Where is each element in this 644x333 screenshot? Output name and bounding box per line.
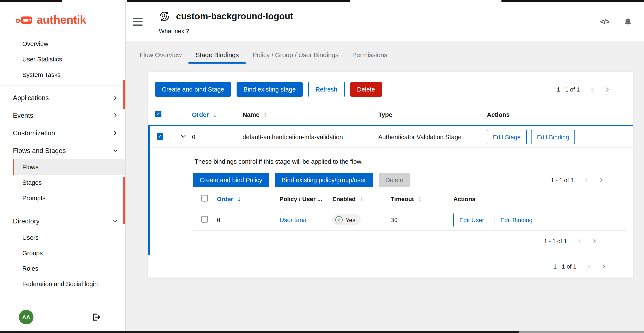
check-circle-icon: ✓ (335, 216, 342, 223)
create-and-bind-stage-button[interactable]: Create and bind Stage (155, 82, 231, 97)
api-browser-button[interactable]: </> (600, 18, 609, 26)
sort-desc-icon: ↓ (212, 111, 218, 118)
pagination-next-button[interactable]: › (597, 263, 610, 270)
sidebar-item-federation-social-login[interactable]: Federation and Social login (13, 276, 125, 292)
pagination-next-button[interactable]: › (588, 238, 601, 244)
policy-pagination-bottom-wrap: 1 - 1 of 1 ‹ › (193, 231, 626, 255)
sidebar-item-applications[interactable]: Applications (13, 89, 125, 107)
pagination-prev-button[interactable]: ‹ (580, 177, 593, 183)
sidebar-item-customization[interactable]: Customization (13, 124, 125, 142)
column-header-type: Type (378, 111, 487, 118)
row-checkbox[interactable] (157, 133, 163, 139)
stage-order-value: 0 (192, 133, 242, 140)
sort-icon: ↕ (263, 112, 268, 118)
sidebar-scrollbar-accent[interactable] (123, 177, 125, 224)
pagination-label: 1 - 1 of 1 (554, 263, 576, 270)
tab-policy-group-user-bindings[interactable]: Policy / Group / User Bindings (246, 46, 346, 64)
sidebar-item-label: Stages (22, 179, 42, 186)
delete-button[interactable]: Delete (350, 82, 382, 97)
policy-delete-button[interactable]: Delete (378, 173, 410, 187)
policy-select-all-checkbox[interactable] (201, 195, 208, 201)
pagination-prev-button[interactable]: ‹ (586, 86, 599, 93)
sidebar-item-events[interactable]: Events (13, 107, 125, 124)
chevron-right-icon (113, 113, 118, 118)
stage-pagination-bottom-wrap: 1 - 1 of 1 ‹ › (148, 255, 633, 275)
sidebar-item-label: Applications (13, 94, 49, 102)
sidebar-item-system-tasks[interactable]: System Tasks (13, 67, 125, 83)
policy-toolbar: Create and bind Policy Bind existing pol… (193, 173, 626, 187)
row-expander-button[interactable] (175, 133, 192, 141)
column-header-policy-user: Policy / User ... (280, 195, 332, 202)
policy-table-header: Order↓ Policy / User ... Enabled↕ Timeou… (193, 189, 626, 209)
refresh-button[interactable]: Refresh (308, 82, 345, 97)
edit-user-button[interactable]: Edit User (454, 212, 490, 227)
column-header-name[interactable]: Name↕ (242, 111, 378, 118)
sidebar: authentik Overview User Statistics Syste… (0, 2, 126, 333)
pagination-next-button[interactable]: › (601, 86, 614, 93)
tab-stage-bindings[interactable]: Stage Bindings (189, 46, 246, 64)
tab-flow-overview[interactable]: Flow Overview (133, 46, 189, 64)
policy-row-checkbox[interactable] (201, 216, 208, 222)
sidebar-item-label: Flows (22, 164, 39, 171)
logout-button[interactable] (92, 313, 100, 321)
stage-table-row: 0 default-authentication-mfa-validation … (150, 126, 633, 148)
select-all-checkbox[interactable] (155, 111, 162, 117)
screen-edge-top (0, 0, 644, 2)
sidebar-item-directory[interactable]: Directory (13, 212, 125, 230)
app: authentik Overview User Statistics Syste… (0, 0, 644, 333)
avatar[interactable]: AA (19, 310, 34, 324)
stage-type-value: Authenticator Validation Stage (378, 133, 487, 140)
page-title: custom-background-logout (176, 11, 293, 22)
expanded-row-group: 0 default-authentication-mfa-validation … (148, 125, 633, 255)
sidebar-item-stages[interactable]: Stages (13, 175, 125, 190)
tab-permissions[interactable]: Permissions (346, 46, 394, 64)
sidebar-item-label: System Tasks (22, 71, 60, 78)
notifications-button[interactable] (624, 18, 632, 26)
chevron-down-icon (113, 219, 118, 223)
policy-user-link[interactable]: User tana (280, 216, 332, 223)
sidebar-item-user-statistics[interactable]: User Statistics (13, 52, 125, 67)
timeout-value: 30 (391, 216, 454, 223)
stage-toolbar: Create and bind Stage Bind existing stag… (148, 72, 633, 105)
title-block: custom-background-logout What next? (159, 9, 293, 34)
sidebar-toggle-button[interactable] (133, 18, 142, 26)
bind-existing-stage-button[interactable]: Bind existing stage (236, 82, 302, 97)
sidebar-item-overview[interactable]: Overview (13, 36, 125, 52)
pagination-prev-button[interactable]: ‹ (573, 238, 586, 244)
pagination-prev-button[interactable]: ‹ (582, 263, 596, 270)
sidebar-item-flows[interactable]: Flows (13, 159, 125, 175)
column-header-enabled[interactable]: Enabled↕ (332, 195, 391, 202)
edit-binding-button[interactable]: Edit Binding (531, 130, 575, 144)
column-header-order[interactable]: Order↓ (192, 111, 242, 118)
sidebar-item-label: Federation and Social login (22, 280, 98, 287)
sidebar-item-groups[interactable]: Groups (13, 245, 125, 261)
sidebar-item-users[interactable]: Users (13, 230, 125, 245)
create-and-bind-policy-button[interactable]: Create and bind Policy (193, 173, 269, 187)
sidebar-item-flows-and-stages[interactable]: Flows and Stages (13, 142, 125, 159)
pagination-top: 1 - 1 of 1 ‹ › (557, 86, 614, 93)
authentik-logo[interactable]: authentik (0, 2, 125, 34)
bind-existing-policy-button[interactable]: Bind existing policy/group/user (275, 173, 373, 187)
sidebar-item-label: Overview (22, 40, 48, 47)
policy-pagination-top: 1 - 1 of 1 ‹ › (551, 177, 608, 183)
sidebar-item-prompts[interactable]: Prompts (13, 190, 125, 206)
sidebar-scrollbar-accent[interactable] (123, 80, 125, 109)
column-header-order[interactable]: Order↓ (217, 195, 280, 202)
pagination-next-button[interactable]: › (595, 177, 608, 183)
enabled-badge: ✓ Yes (332, 214, 361, 225)
column-header-timeout[interactable]: Timeout↕ (391, 195, 454, 202)
sidebar-divider (0, 209, 125, 209)
edit-stage-button[interactable]: Edit Stage (487, 130, 526, 144)
sidebar-item-label: User Statistics (22, 56, 62, 63)
column-header-actions: Actions (487, 111, 626, 118)
sidebar-item-label: Groups (22, 250, 43, 256)
policy-pagination-bottom: 1 - 1 of 1 ‹ › (544, 238, 601, 244)
edit-binding-button[interactable]: Edit Binding (494, 212, 538, 227)
main-area: custom-background-logout What next? </> … (126, 2, 644, 333)
stage-binding-details: These bindings control if this stage wil… (150, 148, 633, 255)
sidebar-item-roles[interactable]: Roles (13, 261, 125, 276)
sidebar-item-label: Directory (13, 217, 40, 225)
page-subtitle: What next? (159, 28, 293, 34)
pagination-bottom: 1 - 1 of 1 ‹ › (554, 263, 610, 270)
sidebar-nav: Overview User Statistics System Tasks Ap… (0, 34, 125, 305)
